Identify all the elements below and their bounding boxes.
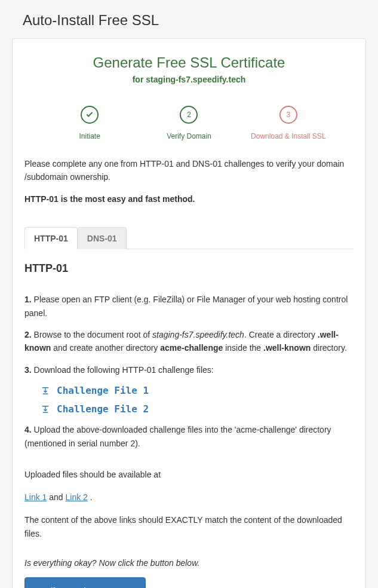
intro-bold: HTTP-01 is the most easy and fast method… xyxy=(24,192,354,206)
step-circle-pending: 3 xyxy=(279,106,297,124)
section-title: HTTP-01 xyxy=(24,262,354,275)
instruction-1: 1. Please open an FTP client (e.g. FileZ… xyxy=(24,293,354,320)
dir-well-known-2: .well-known xyxy=(263,343,311,353)
download-label: Challenge File 1 xyxy=(57,385,149,396)
wizard-steps: Initiate 2 Verify Domain 3 Download & In… xyxy=(24,106,354,140)
period: . xyxy=(88,492,93,502)
step-number: 2. xyxy=(24,330,32,339)
intro-text: Please complete any one from HTTP-01 and… xyxy=(24,157,354,184)
links-line: Link 1 and Link 2 . xyxy=(24,491,354,505)
step-download-install: 3 Download & Install SSL xyxy=(239,106,338,140)
download-challenge-1[interactable]: Challenge File 1 xyxy=(41,385,354,396)
heading-sub: for staging-fs7.speedify.tech xyxy=(24,75,354,84)
heading-sub-prefix: for xyxy=(133,75,146,84)
step-number: 3. xyxy=(24,365,32,375)
match-line: The content of the above links should EX… xyxy=(24,513,354,542)
domain-inline: staging-fs7.speedify.tech xyxy=(152,330,244,339)
step-circle-done xyxy=(81,106,99,124)
download-label: Challenge File 2 xyxy=(57,403,149,415)
tab-http01[interactable]: HTTP-01 xyxy=(24,227,78,249)
step-circle-current: 2 xyxy=(180,106,198,124)
tab-dns01[interactable]: DNS-01 xyxy=(78,227,127,249)
step-text: Please open an FTP client (e.g. FileZill… xyxy=(24,295,348,317)
step-text: Upload the above-downloaded challenge fi… xyxy=(24,425,331,448)
download-list: Challenge File 1 Challenge File 2 xyxy=(41,385,354,415)
step-initiate: Initiate xyxy=(40,106,139,140)
ssl-panel: Generate Free SSL Certificate for stagin… xyxy=(12,38,366,588)
final-question: Is everything okay? Now click the button… xyxy=(24,558,354,568)
verify-link-2[interactable]: Link 2 xyxy=(66,492,88,502)
step-label: Download & Install SSL xyxy=(251,132,325,140)
t: Browse to the document root of xyxy=(32,330,152,339)
t: inside the xyxy=(223,343,263,353)
dir-acme-challenge: acme-challenge xyxy=(160,343,223,353)
instruction-2: 2. Browse to the document root of stagin… xyxy=(24,328,354,355)
heading-domain: staging-fs7.speedify.tech xyxy=(146,75,245,84)
check-icon xyxy=(87,111,93,117)
download-challenge-2[interactable]: Challenge File 2 xyxy=(41,403,354,415)
challenge-tabs: HTTP-01 DNS-01 xyxy=(24,227,354,249)
instruction-3: 3. Download the following HTTP-01 challe… xyxy=(24,363,354,376)
and-text: and xyxy=(47,492,65,502)
verify-domain-button[interactable]: Verify Domain & Get SSL xyxy=(24,577,146,588)
heading-main: Generate Free SSL Certificate xyxy=(24,54,354,71)
step-label: Verify Domain xyxy=(167,132,211,140)
page-title: Auto-Install Free SSL xyxy=(12,12,366,29)
download-icon xyxy=(41,405,50,414)
step-number: 4. xyxy=(24,425,32,434)
t: . Create a directory xyxy=(244,330,318,339)
step-verify-domain: 2 Verify Domain xyxy=(139,106,238,140)
t: and create another directory xyxy=(51,343,160,353)
instruction-4: 4. Upload the above-downloaded challenge… xyxy=(24,423,354,450)
step-text: Download the following HTTP-01 challenge… xyxy=(32,365,214,375)
t: directory. xyxy=(311,343,346,353)
step-number: 1. xyxy=(24,295,32,304)
download-icon xyxy=(41,387,50,395)
step-label: Initiate xyxy=(79,132,100,140)
uploaded-line: Uploaded files should be available at xyxy=(24,468,354,482)
verify-link-1[interactable]: Link 1 xyxy=(24,492,47,502)
